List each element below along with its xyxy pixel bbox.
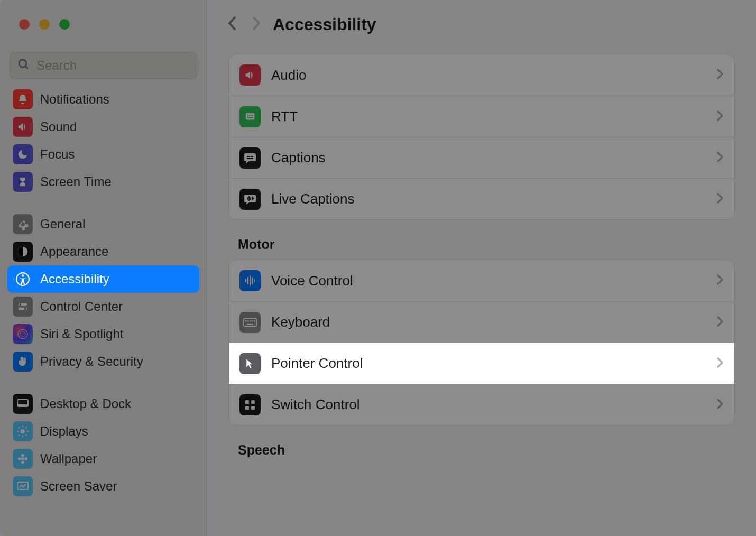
sidebar-item-privacy-security[interactable]: Privacy & Security <box>7 348 199 375</box>
moon-icon <box>13 144 33 164</box>
sidebar-item-focus[interactable]: Focus <box>7 141 199 168</box>
sidebar-item-label: Siri & Spotlight <box>40 327 123 341</box>
sidebar-item-desktop-dock[interactable]: Desktop & Dock <box>7 390 199 418</box>
settings-row-pointer-control[interactable]: Pointer Control <box>229 343 734 384</box>
sidebar-list: NotificationsSoundFocusScreen TimeGenera… <box>0 86 207 500</box>
row-label: Live Captions <box>271 191 706 207</box>
dock-icon <box>13 394 33 414</box>
content-header: Accessibility <box>207 0 756 49</box>
svg-point-10 <box>20 331 25 337</box>
chevron-right-icon <box>716 274 724 288</box>
settings-row-voice-control[interactable]: Voice Control <box>229 260 734 301</box>
sidebar-item-label: Displays <box>40 424 88 439</box>
svg-rect-49 <box>250 320 251 322</box>
svg-rect-33 <box>247 156 250 157</box>
sidebar-item-control-center[interactable]: Control Center <box>7 293 199 320</box>
svg-line-19 <box>26 435 27 436</box>
settings-row-rtt[interactable]: RTT <box>229 96 734 137</box>
row-label: Keyboard <box>271 314 706 330</box>
chevron-right-icon <box>716 110 724 124</box>
sidebar-item-label: Screen Saver <box>40 479 117 494</box>
sidebar-item-label: Accessibility <box>40 272 109 287</box>
sun-icon <box>13 421 33 441</box>
voice-waveform-icon <box>239 270 261 291</box>
chevron-right-icon <box>716 357 724 371</box>
svg-rect-53 <box>245 400 249 404</box>
hand-icon <box>13 352 33 372</box>
svg-point-26 <box>25 457 27 460</box>
sidebar-item-label: Wallpaper <box>40 451 97 466</box>
settings-group: AudioRTTCaptionsLive Captions <box>228 54 735 220</box>
search-input[interactable] <box>36 58 189 73</box>
svg-rect-46 <box>244 318 256 327</box>
svg-point-0 <box>19 60 26 67</box>
row-label: RTT <box>271 108 706 125</box>
svg-line-20 <box>19 435 20 436</box>
sidebar-item-label: Sound <box>40 119 77 134</box>
search-box[interactable] <box>10 52 197 79</box>
grid-icon <box>239 394 261 415</box>
speaker-icon <box>239 64 261 86</box>
svg-point-7 <box>20 303 22 306</box>
sidebar-item-displays[interactable]: Displays <box>7 418 199 445</box>
svg-rect-35 <box>247 158 253 159</box>
close-window-button[interactable] <box>19 19 30 30</box>
svg-rect-52 <box>247 324 253 325</box>
svg-point-25 <box>18 457 21 460</box>
svg-point-13 <box>21 429 25 433</box>
svg-rect-51 <box>254 320 255 322</box>
svg-rect-32 <box>247 117 253 118</box>
settings-row-live-captions[interactable]: Live Captions <box>229 178 734 219</box>
sidebar-item-appearance[interactable]: Appearance <box>7 238 199 265</box>
sidebar-item-label: Focus <box>40 147 75 162</box>
fullscreen-window-button[interactable] <box>59 19 70 30</box>
section-title-speech: Speech <box>238 442 735 458</box>
sidebar-item-screen-saver[interactable]: Screen Saver <box>7 473 199 500</box>
settings-row-captions[interactable]: Captions <box>229 137 734 178</box>
sidebar-item-sound[interactable]: Sound <box>7 113 199 141</box>
settings-row-audio[interactable]: Audio <box>229 54 734 96</box>
content-body: AudioRTTCaptionsLive CaptionsMotorVoice … <box>207 49 756 470</box>
sidebar-item-siri-spotlight[interactable]: Siri & Spotlight <box>7 320 199 348</box>
sidebar-item-notifications[interactable]: Notifications <box>7 86 199 113</box>
phone-text-icon <box>239 106 261 127</box>
svg-point-23 <box>21 454 24 457</box>
sidebar-item-screen-time[interactable]: Screen Time <box>7 168 199 196</box>
row-label: Pointer Control <box>271 355 706 372</box>
sidebar: NotificationsSoundFocusScreen TimeGenera… <box>0 0 207 536</box>
sidebar-item-label: Notifications <box>40 92 109 107</box>
sidebar-item-label: Control Center <box>40 299 123 314</box>
svg-rect-55 <box>245 406 249 410</box>
gear-icon <box>13 214 33 234</box>
settings-window: NotificationsSoundFocusScreen TimeGenera… <box>0 0 756 536</box>
sidebar-item-label: Appearance <box>40 244 108 259</box>
sidebar-item-label: Desktop & Dock <box>40 396 131 411</box>
back-button[interactable] <box>226 15 238 33</box>
settings-group: Voice ControlKeyboardPointer ControlSwit… <box>228 260 735 426</box>
bell-icon <box>13 89 33 109</box>
cursor-icon <box>239 353 261 374</box>
svg-point-22 <box>21 457 24 460</box>
svg-rect-47 <box>245 320 247 322</box>
waveform-bubble-icon <box>239 189 261 210</box>
sidebar-item-accessibility[interactable]: Accessibility <box>7 265 199 293</box>
svg-rect-54 <box>251 400 255 404</box>
settings-row-keyboard[interactable]: Keyboard <box>229 301 734 343</box>
forward-button[interactable] <box>251 15 262 33</box>
page-title: Accessibility <box>273 15 376 34</box>
chevron-right-icon <box>716 398 724 412</box>
screensaver-icon <box>13 476 33 496</box>
chevron-right-icon <box>716 316 724 329</box>
svg-rect-34 <box>251 156 253 157</box>
svg-rect-31 <box>251 115 253 116</box>
contrast-icon <box>13 242 33 262</box>
svg-rect-56 <box>251 406 255 410</box>
content-pane: Accessibility AudioRTTCaptionsLive Capti… <box>207 0 756 536</box>
sidebar-item-wallpaper[interactable]: Wallpaper <box>7 445 199 473</box>
accessibility-icon <box>13 269 33 289</box>
settings-row-switch-control[interactable]: Switch Control <box>229 384 734 425</box>
sidebar-item-general[interactable]: General <box>7 210 199 238</box>
row-label: Voice Control <box>271 273 706 289</box>
minimize-window-button[interactable] <box>39 19 50 30</box>
flower-icon <box>13 449 33 469</box>
